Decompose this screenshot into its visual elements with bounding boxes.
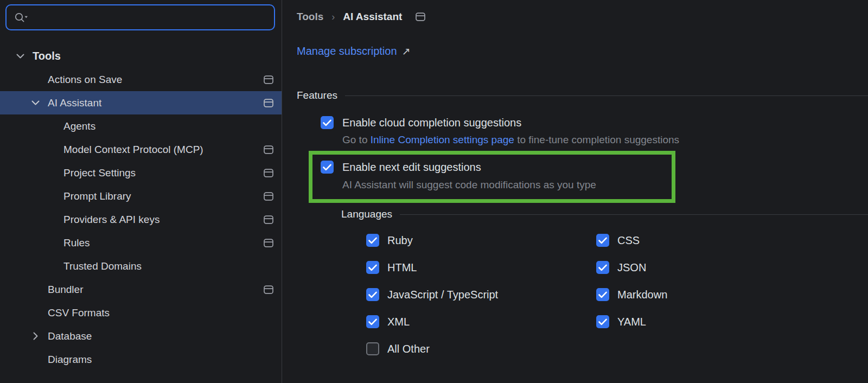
sidebar-item-diagrams[interactable]: Diagrams [0,348,282,371]
breadcrumb-tools[interactable]: Tools [297,11,323,23]
ide-settings-icon [264,145,273,154]
sidebar-item-label: Providers & API keys [63,214,159,226]
json-label[interactable]: JSON [617,261,646,274]
sidebar-item-prompt-library[interactable]: Prompt Library [0,184,282,208]
sidebar-item-label: Database [48,330,92,342]
ide-settings-icon [264,192,273,201]
sidebar-item-actions-on-save[interactable]: Actions on Save [0,68,282,91]
sidebar-item-label: Agents [63,120,95,132]
features-title: Features [297,90,337,101]
language-option-yaml: YAML [596,315,667,328]
markdown-label[interactable]: Markdown [617,289,667,301]
sidebar-item-label: Rules [63,237,90,249]
search-field[interactable] [5,4,275,30]
next-edit-suggestions-label[interactable]: Enable next edit suggestions [342,161,481,174]
html-label[interactable]: HTML [387,261,417,274]
javascript-typescript-label[interactable]: JavaScript / TypeScript [387,289,498,301]
sidebar-item-bundler[interactable]: Bundler [0,278,282,301]
yaml-label[interactable]: YAML [617,316,646,328]
cloud-completion-checkbox[interactable] [321,116,334,129]
languages-column-left: Ruby HTML JavaScript / TypeScript XML [366,234,596,355]
sidebar-item-trusted-domains[interactable]: Trusted Domains [0,254,282,278]
sidebar-item-project-settings[interactable]: Project Settings [0,161,282,184]
inline-completion-settings-link[interactable]: Inline Completion settings page [371,134,514,145]
next-edit-suggestions-description: AI Assistant will suggest code modificat… [342,179,666,191]
features-section-header: Features [297,90,868,101]
cloud-completion-label[interactable]: Enable cloud completion suggestions [342,117,521,129]
language-option-xml: XML [366,315,596,328]
breadcrumb: Tools › AI Assistant [297,9,868,24]
language-option-ruby: Ruby [366,234,596,247]
javascript-typescript-checkbox[interactable] [366,288,379,301]
sidebar-item-label: CSV Formats [48,307,110,319]
language-option-markdown: Markdown [596,288,667,301]
chevron-down-icon[interactable] [15,52,25,61]
ide-settings-icon [264,169,273,177]
sidebar-item-database[interactable]: Database [0,324,282,348]
section-divider [345,95,868,96]
ide-settings-icon [416,12,425,21]
ide-settings-icon [264,239,273,247]
css-checkbox[interactable] [596,234,609,247]
json-checkbox[interactable] [596,261,609,274]
language-option-json: JSON [596,261,667,274]
settings-tree: Tools Actions on Save AI Assistant Agent… [0,44,282,371]
sidebar-item-label: AI Assistant [48,97,101,109]
chevron-right-icon[interactable] [30,332,41,341]
search-icon[interactable] [14,11,29,24]
sidebar-item-label: Tools [33,50,61,62]
language-option-css: CSS [596,234,667,247]
settings-content: Tools › AI Assistant Manage subscription… [282,0,868,383]
markdown-checkbox[interactable] [596,288,609,301]
next-edit-suggestions-checkbox[interactable] [321,161,334,174]
highlight-box: Enable next edit suggestions AI Assistan… [309,151,675,203]
language-option-html: HTML [366,261,596,274]
sidebar-item-label: Project Settings [63,167,136,179]
cloud-completion-description: Go to Inline Completion settings page to… [342,134,868,146]
manage-subscription-label[interactable]: Manage subscription [297,45,397,58]
sidebar-item-label: Bundler [48,284,84,296]
ide-settings-icon [264,285,273,294]
language-option-javascript-typescript: JavaScript / TypeScript [366,288,596,301]
languages-column-right: CSS JSON Markdown YAML [596,234,667,355]
manage-subscription-link[interactable]: Manage subscription ↗ [297,45,868,58]
search-input[interactable] [29,5,274,29]
chevron-down-icon[interactable] [30,99,41,107]
ruby-checkbox[interactable] [366,234,379,247]
languages-section-header: Languages [341,208,868,220]
section-divider [400,214,868,215]
sidebar-item-agents[interactable]: Agents [0,114,282,138]
html-checkbox[interactable] [366,261,379,274]
sidebar-item-label: Trusted Domains [63,260,142,272]
ide-settings-icon [264,99,273,107]
languages-grid: Ruby HTML JavaScript / TypeScript XML [366,234,868,355]
page-title: AI Assistant [343,11,402,23]
sidebar-item-rules[interactable]: Rules [0,231,282,254]
sidebar-item-ai-assistant[interactable]: AI Assistant [0,91,282,114]
all-other-label[interactable]: All Other [387,343,430,355]
language-option-all-other: All Other [366,342,596,355]
yaml-checkbox[interactable] [596,315,609,328]
languages-title: Languages [341,208,392,220]
css-label[interactable]: CSS [617,234,640,247]
sidebar-item-label: Prompt Library [63,190,131,202]
cloud-completion-option: Enable cloud completion suggestions Go t… [321,116,868,146]
settings-sidebar: Tools Actions on Save AI Assistant Agent… [0,0,282,383]
all-other-checkbox[interactable] [366,342,379,355]
ide-settings-icon [264,75,273,84]
breadcrumb-separator: › [331,11,335,23]
sidebar-item-label: Actions on Save [48,74,122,86]
sidebar-item-label: Diagrams [48,354,92,366]
xml-label[interactable]: XML [387,316,410,328]
sidebar-item-mcp[interactable]: Model Context Protocol (MCP) [0,138,282,161]
ide-settings-icon [264,215,273,224]
sidebar-item-providers-api-keys[interactable]: Providers & API keys [0,208,282,231]
sidebar-item-tools[interactable]: Tools [0,44,282,68]
sidebar-item-label: Model Context Protocol (MCP) [63,144,203,156]
ruby-label[interactable]: Ruby [387,234,413,247]
sidebar-item-csv-formats[interactable]: CSV Formats [0,301,282,324]
external-link-icon: ↗ [402,45,411,58]
xml-checkbox[interactable] [366,315,379,328]
